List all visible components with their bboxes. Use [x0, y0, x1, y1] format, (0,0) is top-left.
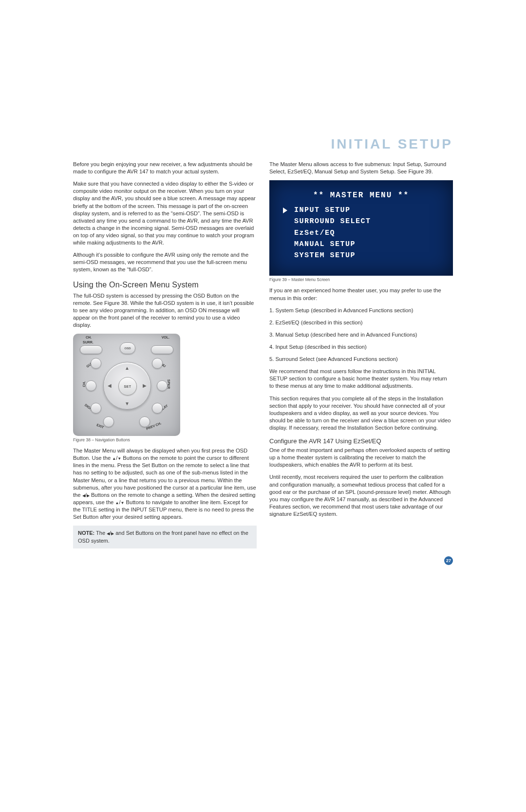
remote-label-ch: CH. [86, 336, 92, 339]
body-text: Make sure that you have connected a vide… [73, 180, 257, 246]
remote-spkr-button [157, 380, 168, 391]
remote-set-label: SET [124, 385, 131, 388]
menu-row: SYSTEM SETUP [283, 250, 439, 261]
section-heading: Using the On-Screen Menu System [73, 281, 257, 289]
body-text: Before you begin enjoying your new recei… [73, 161, 257, 175]
triangle-down-icon [117, 455, 121, 461]
remote-ch-button [86, 380, 96, 391]
remote-label-spkr: SPKR [167, 379, 170, 389]
text-run: Buttons on the remote to point the curso… [73, 455, 256, 498]
figure-38-remote: CH. SURR. VOL. OSD GUIDE MENU CH. SPKR D… [73, 334, 180, 436]
remote-digital-button [91, 403, 101, 414]
remote-osd-button: OSD [120, 342, 135, 354]
body-text: The Master Menu will always be displayed… [73, 447, 257, 521]
figure-39-caption: Figure 39 – Master Menu Screen [269, 277, 453, 282]
menu-item: SURROUND SELECT [294, 216, 371, 227]
remote-label-vol: VOL. [162, 336, 169, 339]
menu-row: EzSet/EQ [283, 227, 439, 239]
triangle-left-icon [82, 492, 85, 498]
remote-delay-button [152, 403, 163, 414]
figure-39-screen: ** MASTER MENU ** INPUT SETUP SURROUND S… [269, 180, 453, 276]
remote-label-ch2: CH. [82, 381, 86, 387]
text-run: The [94, 530, 107, 536]
page-title: INITIAL SETUP [73, 136, 453, 152]
remote-dpad: ▲ ▼ ◀ ▶ SET [103, 362, 151, 410]
screen-title: ** MASTER MENU ** [283, 191, 439, 200]
dpad-down-icon: ▼ [125, 401, 130, 406]
note-label: NOTE: [78, 530, 94, 536]
remote-exit-button [103, 416, 114, 427]
body-text: The Master Menu allows access to five su… [269, 161, 453, 175]
body-text: One of the most important and perhaps of… [269, 447, 453, 469]
body-text: The full-OSD system is accessed by press… [73, 292, 257, 329]
page: INITIAL SETUP Before you begin enjoying … [0, 0, 526, 587]
dpad-right-icon: ▶ [143, 383, 147, 388]
cursor-icon [283, 208, 287, 213]
list-item: 1. System Setup (described in Advanced F… [269, 307, 453, 314]
remote-vol-rocker [151, 345, 173, 354]
list-item: 4. Input Setup (described in this sectio… [269, 343, 453, 351]
remote-set-button: SET [118, 377, 137, 396]
list-item: 5. Surround Select (see Advanced Functio… [269, 356, 453, 363]
remote-prevch-button [139, 416, 150, 427]
body-text: Until recently, most receivers required … [269, 473, 453, 518]
menu-item: SYSTEM SETUP [294, 250, 356, 261]
figure-38-caption: Figure 38 – Navigation Buttons [73, 437, 257, 442]
dpad-up-icon: ▲ [125, 365, 130, 371]
dpad-left-icon: ◀ [108, 383, 112, 388]
page-number-badge: 27 [444, 556, 453, 565]
menu-row: SURROUND SELECT [283, 216, 439, 227]
remote-label-surr: SURR. [83, 340, 94, 344]
body-text: We recommend that most users follow the … [269, 368, 453, 390]
subsection-heading: Configure the AVR 147 Using EzSet/EQ [269, 437, 453, 445]
remote-menu-button [152, 358, 163, 369]
page-number: 27 [446, 558, 451, 563]
menu-item: MANUAL SETUP [294, 239, 356, 250]
body-text: If you are an experienced home theater u… [269, 287, 453, 302]
menu-item: EzSet/EQ [294, 227, 335, 239]
triangle-up-icon [115, 499, 119, 505]
remote-label-exit: EXIT [96, 423, 104, 429]
menu-row: INPUT SETUP [283, 205, 439, 216]
remote-ch-surr-rocker [80, 345, 102, 354]
list-item: 3. Manual Setup (described here and in A… [269, 331, 453, 339]
remote-osd-label: OSD [124, 347, 131, 350]
list-item: 2. EzSet/EQ (described in this section) [269, 319, 453, 326]
right-column: The Master Menu allows access to five su… [269, 161, 453, 548]
body-text: This section requires that you complete … [269, 395, 453, 432]
left-column: Before you begin enjoying your new recei… [73, 161, 257, 548]
two-column-layout: Before you begin enjoying your new recei… [73, 161, 453, 548]
menu-row: MANUAL SETUP [283, 239, 439, 250]
menu-item: INPUT SETUP [294, 205, 351, 216]
body-text: Although it’s possible to configure the … [73, 251, 257, 273]
note-box: NOTE: The / and Set Buttons on the front… [73, 526, 257, 548]
triangle-up-icon [112, 455, 116, 461]
remote-guide-button [91, 358, 101, 369]
triangle-left-icon [107, 530, 110, 536]
